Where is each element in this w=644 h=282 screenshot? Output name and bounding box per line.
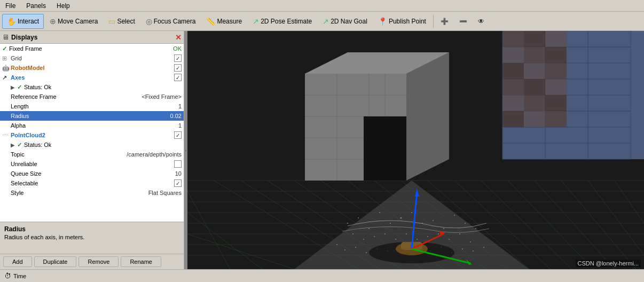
reference-frame-row[interactable]: Reference Frame <Fixed Frame> xyxy=(0,92,184,101)
svg-rect-113 xyxy=(502,63,524,79)
svg-point-45 xyxy=(374,236,375,237)
toolbar-pose-btn[interactable]: ↗ 2D Pose Estimate xyxy=(248,14,317,29)
toolbar-move-camera-btn[interactable]: ⊕ Move Camera xyxy=(45,14,103,29)
svg-point-47 xyxy=(395,239,396,240)
viewport[interactable]: CSDN @lonely-hermi... xyxy=(187,31,644,269)
pc2-status-label: Status: Ok xyxy=(24,142,182,148)
menubar: File Panels Help xyxy=(0,0,644,12)
svg-point-55 xyxy=(336,244,337,245)
svg-point-40 xyxy=(454,215,455,216)
toolbar-interact-btn[interactable]: ✋ Interact xyxy=(2,14,44,29)
svg-rect-116 xyxy=(502,79,524,95)
svg-point-50 xyxy=(427,236,428,237)
rename-button[interactable]: Rename xyxy=(121,256,161,267)
queue-size-label: Queue Size xyxy=(11,170,173,177)
selectable-row[interactable]: Selectable xyxy=(0,178,184,188)
add-button[interactable]: Add xyxy=(3,256,32,267)
duplicate-button[interactable]: Duplicate xyxy=(34,256,77,267)
svg-rect-118 xyxy=(545,79,567,95)
action-buttons: Add Duplicate Remove Rename xyxy=(0,254,184,269)
fixed-frame-value: OK xyxy=(173,45,182,52)
svg-point-46 xyxy=(384,233,386,234)
svg-point-34 xyxy=(390,223,391,224)
statusbar-time: ⏱ Time xyxy=(4,272,26,280)
robotmodel-row[interactable]: 🤖 RobotModel xyxy=(0,63,184,73)
fixed-frame-row[interactable]: ✓ Fixed Frame OK xyxy=(0,44,184,53)
svg-point-31 xyxy=(358,217,359,218)
topic-row[interactable]: Topic /camera/depth/points xyxy=(0,150,184,159)
expand-icon: ▶ xyxy=(11,84,17,90)
svg-point-53 xyxy=(459,233,460,234)
robotmodel-label: RobotModel xyxy=(11,65,172,71)
grid-row[interactable]: ⊞ Grid xyxy=(0,53,184,63)
svg-point-33 xyxy=(379,212,380,213)
toolbar-publish-btn[interactable]: 📍 Publish Point xyxy=(373,14,431,29)
fixed-frame-label: Fixed Frame xyxy=(9,45,171,52)
grid-checkbox[interactable] xyxy=(174,54,182,62)
toolbar-select-btn[interactable]: ▭ Select xyxy=(104,14,139,29)
svg-rect-123 xyxy=(524,111,545,127)
svg-point-58 xyxy=(366,252,367,253)
measure-label: Measure xyxy=(217,18,242,25)
alpha-value: 1 xyxy=(178,122,182,129)
unreliable-checkbox[interactable] xyxy=(174,160,182,168)
pc2-status-row[interactable]: ▶ ✓ Status: Ok xyxy=(0,140,184,150)
minus-icon: ➖ xyxy=(459,18,467,25)
move-camera-label: Move Camera xyxy=(58,18,98,25)
radius-row[interactable]: Radius 0.02 xyxy=(0,111,184,121)
pose-icon: ↗ xyxy=(253,17,259,26)
displays-icon: 🖥 xyxy=(2,33,9,41)
unreliable-row[interactable]: Unreliable xyxy=(0,159,184,169)
menu-panels[interactable]: Panels xyxy=(23,1,49,11)
plus-icon: ➕ xyxy=(441,18,449,25)
svg-point-42 xyxy=(475,228,476,229)
style-row[interactable]: Style Flat Squares xyxy=(0,188,184,198)
displays-title: Displays xyxy=(11,34,37,41)
queue-size-row[interactable]: Queue Size 10 xyxy=(0,169,184,178)
toolbar-measure-btn[interactable]: 📏 Measure xyxy=(201,14,247,29)
radius-value: 0.02 xyxy=(170,113,182,119)
menu-file[interactable]: File xyxy=(2,1,19,11)
displays-tree[interactable]: ✓ Fixed Frame OK ⊞ Grid 🤖 RobotModel ↗ A… xyxy=(0,44,184,222)
robotmodel-checkbox[interactable] xyxy=(174,64,182,72)
toolbar-separator xyxy=(433,15,434,28)
svg-point-41 xyxy=(465,223,466,224)
svg-point-30 xyxy=(347,223,348,224)
nav-label: 2D Nav Goal xyxy=(331,18,367,25)
alpha-row[interactable]: Alpha 1 xyxy=(0,121,184,130)
menu-help[interactable]: Help xyxy=(53,1,73,11)
toolbar-nav-btn[interactable]: ↗ 2D Nav Goal xyxy=(318,14,372,29)
topic-label: Topic xyxy=(11,151,124,158)
toolbar-focus-camera-btn[interactable]: ◎ Focus Camera xyxy=(141,14,201,29)
svg-point-43 xyxy=(352,233,354,234)
toolbar-minus-btn[interactable]: ➖ xyxy=(454,14,472,29)
svg-point-39 xyxy=(443,228,444,229)
axes-row[interactable]: ↗ Axes xyxy=(0,73,184,82)
axes-status-row[interactable]: ▶ ✓ Status: Ok xyxy=(0,82,184,92)
svg-rect-108 xyxy=(524,31,545,47)
pc2-status-check: ✓ xyxy=(17,142,22,148)
pointcloud2-row[interactable]: ⋯ PointCloud2 xyxy=(0,130,184,140)
svg-rect-114 xyxy=(524,63,545,79)
pc2-icon: ⋯ xyxy=(2,132,11,139)
length-row[interactable]: Length 1 xyxy=(0,101,184,111)
svg-point-52 xyxy=(449,239,450,240)
axes-checkbox[interactable] xyxy=(174,74,182,81)
radius-label: Radius xyxy=(11,113,168,119)
svg-rect-107 xyxy=(502,31,524,47)
style-label: Style xyxy=(11,190,146,196)
selectable-checkbox[interactable] xyxy=(174,179,182,187)
toolbar-plus-btn[interactable]: ➕ xyxy=(436,14,453,29)
remove-button[interactable]: Remove xyxy=(78,256,119,267)
axes-status-label: Status: Ok xyxy=(24,84,182,90)
eye-icon: 👁 xyxy=(478,18,484,25)
unreliable-label: Unreliable xyxy=(11,161,172,167)
pc2-checkbox[interactable] xyxy=(174,131,182,139)
svg-rect-110 xyxy=(502,47,524,63)
displays-close-btn[interactable]: ✕ xyxy=(175,34,182,41)
svg-point-56 xyxy=(344,249,345,250)
toolbar-eye-btn[interactable]: 👁 xyxy=(473,14,489,29)
svg-point-68 xyxy=(473,250,474,252)
reference-frame-value: <Fixed Frame> xyxy=(142,93,182,100)
displays-header: 🖥 Displays ✕ xyxy=(0,31,184,44)
